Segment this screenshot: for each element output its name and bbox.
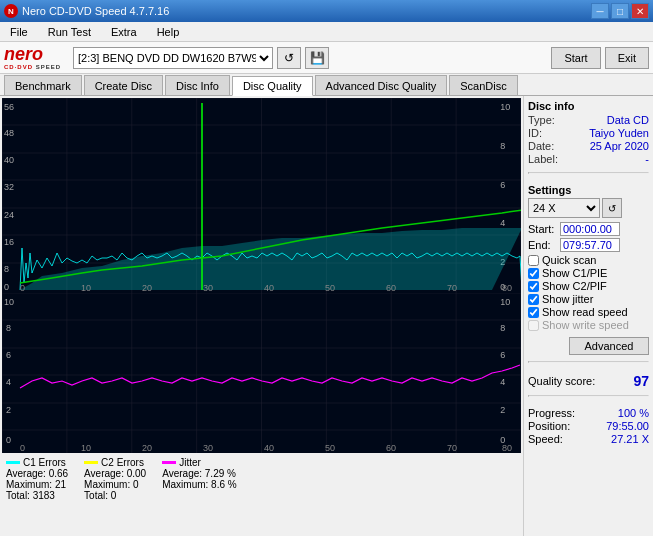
svg-text:24: 24 [4,210,14,220]
maximize-button[interactable]: □ [611,3,629,19]
svg-text:10: 10 [500,297,510,307]
tab-advanced-disc-quality[interactable]: Advanced Disc Quality [315,75,448,95]
svg-text:2: 2 [6,405,11,415]
legend-jitter-avg-label: Average: [162,468,202,479]
show-read-speed-checkbox[interactable] [528,307,539,318]
legend-jitter-max: Maximum: 8.6 % [162,479,236,490]
advanced-button[interactable]: Advanced [569,337,649,355]
menu-extra[interactable]: Extra [105,24,143,40]
disc-date-label: Date: [528,140,554,152]
jitter-color-swatch [162,461,176,464]
svg-text:4: 4 [6,377,11,387]
speed-row: 24 X ↺ [528,198,649,218]
svg-text:8: 8 [500,141,505,151]
legend-c2-avg-value: 0.00 [127,468,146,479]
legend-jitter-avg-value: 7.29 % [205,468,236,479]
legend-jitter-header: Jitter [162,457,236,468]
svg-text:40: 40 [264,443,274,453]
refresh-button[interactable]: ↺ [277,47,301,69]
right-panel: Disc info Type: Data CD ID: Taiyo Yuden … [523,96,653,536]
tab-disc-quality[interactable]: Disc Quality [232,76,313,96]
progress-row: Progress: 100 % [528,407,649,419]
show-jitter-checkbox[interactable] [528,294,539,305]
svg-text:70: 70 [447,443,457,453]
svg-text:8: 8 [6,323,11,333]
speed-select[interactable]: 24 X [528,198,600,218]
legend-jitter: Jitter Average: 7.29 % Maximum: 8.6 % [162,457,236,501]
legend-c2-total: Total: 0 [84,490,146,501]
show-c2pif-row: Show C2/PIF [528,280,649,292]
app-icon: N [4,4,18,18]
svg-text:56: 56 [4,102,14,112]
tab-benchmark[interactable]: Benchmark [4,75,82,95]
legend-c2-total-value: 0 [111,490,117,501]
legend-c1-total: Total: 3183 [6,490,68,501]
show-c1pie-checkbox[interactable] [528,268,539,279]
svg-text:0: 0 [20,443,25,453]
svg-text:8: 8 [500,323,505,333]
svg-text:20: 20 [142,443,152,453]
save-button[interactable]: 💾 [305,47,329,69]
svg-text:10: 10 [81,443,91,453]
svg-text:6: 6 [500,180,505,190]
svg-text:30: 30 [203,283,213,293]
legend-c1-total-value: 3183 [33,490,55,501]
menu-run-test[interactable]: Run Test [42,24,97,40]
end-value: 079:57.70 [560,238,620,252]
start-time-row: Start: 000:00.00 [528,222,649,236]
legend-c2: C2 Errors Average: 0.00 Maximum: 0 Total… [84,457,146,501]
show-jitter-label: Show jitter [542,293,593,305]
speed-label: Speed: [528,433,563,445]
tabs: Benchmark Create Disc Disc Info Disc Qua… [0,74,653,96]
main-content: 56 48 40 32 24 16 8 0 10 8 6 4 2 0 [0,96,653,536]
svg-text:50: 50 [325,443,335,453]
drive-select[interactable]: [2:3] BENQ DVD DD DW1620 B7W9 [73,47,273,69]
speed-refresh-button[interactable]: ↺ [602,198,622,218]
show-c2pif-checkbox[interactable] [528,281,539,292]
c2-color-swatch [84,461,98,464]
close-button[interactable]: ✕ [631,3,649,19]
show-read-speed-label: Show read speed [542,306,628,318]
position-row: Position: 79:55.00 [528,420,649,432]
legend-jitter-stats: Average: 7.29 % [162,468,236,479]
chart-legend: C1 Errors Average: 0.66 Maximum: 21 Tota… [0,453,523,505]
quality-score-label: Quality score: [528,375,595,387]
svg-text:40: 40 [264,283,274,293]
toolbar: nero CD·DVD SPEED [2:3] BENQ DVD DD DW16… [0,42,653,74]
svg-text:70: 70 [447,283,457,293]
lower-chart-container: 10 8 6 4 2 0 10 8 6 4 2 0 0 10 20 [2,293,521,453]
advanced-btn-row: Advanced [528,335,649,355]
settings-section: Settings 24 X ↺ Start: 000:00.00 End: 07… [528,184,649,355]
tab-scandisc[interactable]: ScanDisc [449,75,517,95]
menubar: File Run Test Extra Help [0,22,653,42]
legend-c2-label: C2 Errors [101,457,144,468]
exit-button[interactable]: Exit [605,47,649,69]
disc-date-value: 25 Apr 2020 [590,140,649,152]
menu-help[interactable]: Help [151,24,186,40]
tab-create-disc[interactable]: Create Disc [84,75,163,95]
legend-c2-stats: Average: 0.00 [84,468,146,479]
minimize-button[interactable]: ─ [591,3,609,19]
lower-chart: 10 8 6 4 2 0 10 8 6 4 2 0 0 10 20 [2,293,521,453]
upper-chart-container: 56 48 40 32 24 16 8 0 10 8 6 4 2 0 [2,98,521,293]
svg-text:2: 2 [500,405,505,415]
quality-score-row: Quality score: 97 [528,373,649,389]
menu-file[interactable]: File [4,24,34,40]
start-value: 000:00.00 [560,222,620,236]
svg-text:50: 50 [325,283,335,293]
nero-sub: CD·DVD SPEED [4,64,61,70]
progress-label: Progress: [528,407,575,419]
legend-jitter-label: Jitter [179,457,201,468]
chart-panel: 56 48 40 32 24 16 8 0 10 8 6 4 2 0 [0,96,523,536]
tab-disc-info[interactable]: Disc Info [165,75,230,95]
legend-c1-header: C1 Errors [6,457,68,468]
svg-text:60: 60 [386,443,396,453]
quick-scan-checkbox[interactable] [528,255,539,266]
svg-text:4: 4 [500,218,505,228]
start-button[interactable]: Start [551,47,600,69]
svg-text:6: 6 [500,350,505,360]
legend-c2-max-value: 0 [133,479,139,490]
svg-text:0: 0 [6,435,11,445]
legend-c1-max: Maximum: 21 [6,479,68,490]
legend-c1: C1 Errors Average: 0.66 Maximum: 21 Tota… [6,457,68,501]
